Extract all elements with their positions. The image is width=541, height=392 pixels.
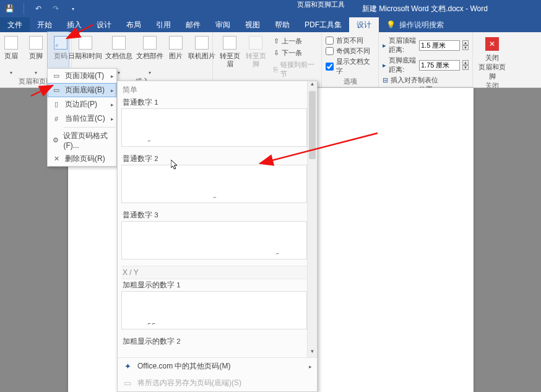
close-icon: ✕ bbox=[485, 37, 499, 51]
doc-parts-icon bbox=[143, 36, 157, 50]
scroll-down-icon[interactable]: ▼ bbox=[308, 349, 317, 357]
show-doc-text-checkbox[interactable]: 显示文档文字 bbox=[326, 57, 374, 76]
gallery-more-office[interactable]: ✦ Office.com 中的其他页码(M) ▸ bbox=[118, 358, 317, 375]
footer-button[interactable]: 页脚▾ bbox=[24, 35, 48, 76]
insert-align-tab-button[interactable]: ⊟ 插入对齐制表位 bbox=[383, 76, 469, 85]
header-button[interactable]: 页眉▾ bbox=[0, 35, 23, 76]
save-icon[interactable]: 💾 bbox=[5, 4, 14, 13]
undo-icon[interactable]: ↶ bbox=[34, 4, 43, 13]
tab-file[interactable]: 文件 bbox=[0, 17, 30, 32]
diff-first-checkbox[interactable]: 首页不同 bbox=[326, 36, 374, 45]
header-icon bbox=[4, 36, 18, 50]
document-title: 新建 Microsoft Word 文档.docx - Word bbox=[362, 4, 488, 14]
ribbon-tabs: 文件 开始 插入 设计 布局 引用 邮件 审阅 视图 帮助 PDF工具集 设计 … bbox=[0, 17, 541, 32]
gallery-save-selection: ▭ 将所选内容另存为页码(底端)(S) bbox=[118, 375, 317, 391]
page-margins-icon: ▯ bbox=[51, 100, 61, 110]
link-prev-button: ⎘链接到前一节 bbox=[271, 59, 318, 79]
online-picture-icon bbox=[195, 36, 209, 50]
scroll-up-icon[interactable]: ▲ bbox=[308, 81, 317, 90]
tab-pdf[interactable]: PDF工具集 bbox=[297, 17, 349, 32]
tab-mailings[interactable]: 邮件 bbox=[178, 17, 208, 32]
tab-design[interactable]: 设计 bbox=[89, 17, 119, 32]
office-icon: ✦ bbox=[123, 362, 132, 372]
tab-view[interactable]: 视图 bbox=[238, 17, 267, 32]
remove-icon: ✕ bbox=[51, 154, 61, 164]
gallery-item-label: 普通数字 2 bbox=[121, 153, 312, 165]
header-from-top-input[interactable] bbox=[419, 40, 460, 51]
spin-up[interactable]: ▲ bbox=[462, 40, 469, 45]
gallery-item-plain-2[interactable]: ⌐ bbox=[121, 165, 307, 203]
page-bottom-icon: ▭ bbox=[51, 85, 61, 95]
current-pos-icon: # bbox=[51, 114, 61, 124]
online-picture-button[interactable]: 联机图片 bbox=[187, 35, 217, 76]
contextual-tab-label: 页眉和页脚工具 bbox=[291, 0, 351, 9]
footer-from-bottom-label: 页脚底端距离: bbox=[389, 56, 417, 74]
date-time-icon bbox=[79, 36, 92, 50]
goto-header-icon bbox=[223, 36, 236, 50]
page-number-icon: # bbox=[54, 36, 67, 50]
menu-top-of-page[interactable]: ▭ 页面顶端(T)▸ bbox=[48, 69, 116, 83]
page-number-gallery: 简单 普通数字 1 ⌐ 普通数字 2 ⌐ 普通数字 3 ⌐ X / Y 加粗显示… bbox=[117, 81, 318, 392]
spin-down[interactable]: ▼ bbox=[462, 45, 469, 50]
picture-button[interactable]: 图片 bbox=[166, 35, 186, 76]
tell-me-search[interactable]: 💡 操作说明搜索 bbox=[386, 17, 444, 32]
spin-down[interactable]: ▼ bbox=[462, 65, 469, 70]
redo-icon[interactable]: ↷ bbox=[51, 4, 60, 13]
doc-parts-button[interactable]: 文档部件▾ bbox=[135, 35, 165, 76]
chevron-icon: ▸ bbox=[383, 61, 386, 69]
tab-review[interactable]: 审阅 bbox=[208, 17, 238, 32]
gallery-item-plain-3[interactable]: ⌐ bbox=[121, 221, 307, 259]
gallery-item-label: 普通数字 3 bbox=[121, 209, 312, 221]
gallery-item-plain-1[interactable]: ⌐ bbox=[121, 108, 307, 147]
lightbulb-icon: 💡 bbox=[386, 20, 396, 29]
gallery-item-label: 加粗显示的数字 2 bbox=[121, 336, 312, 347]
menu-remove-page-numbers[interactable]: ✕ 删除页码(R) bbox=[48, 152, 116, 166]
gallery-item-bold-1[interactable]: ⌐ ⌐ bbox=[121, 291, 307, 329]
nav-prev-button[interactable]: ⇧上一条 bbox=[271, 36, 318, 46]
separator bbox=[64, 127, 115, 128]
goto-header-button[interactable]: 转至页眉 bbox=[217, 35, 243, 76]
goto-footer-button[interactable]: 转至页脚 bbox=[243, 35, 269, 76]
prev-icon: ⇧ bbox=[274, 37, 279, 45]
gallery-scrollbar[interactable]: ▲ ▼ bbox=[307, 81, 317, 357]
footer-from-bottom-input[interactable] bbox=[419, 60, 460, 71]
header-from-top-label: 页眉顶端距离: bbox=[389, 36, 417, 54]
align-tab-icon: ⊟ bbox=[383, 76, 388, 84]
tab-home[interactable]: 开始 bbox=[30, 17, 59, 32]
page-number-menu: ▭ 页面顶端(T)▸ ▭ 页面底端(B)▸ ▯ 页边距(P)▸ # 当前位置(C… bbox=[47, 68, 117, 167]
tab-insert[interactable]: 插入 bbox=[59, 17, 89, 32]
cursor-icon bbox=[171, 160, 178, 171]
page-top-icon: ▭ bbox=[51, 71, 61, 81]
close-hf-button[interactable]: ✕ 关闭 页眉和页脚 bbox=[477, 35, 508, 81]
gallery-scroll-area[interactable]: 简单 普通数字 1 ⌐ 普通数字 2 ⌐ 普通数字 3 ⌐ X / Y 加粗显示… bbox=[118, 81, 317, 357]
save-selection-icon: ▭ bbox=[123, 378, 132, 388]
spin-up[interactable]: ▲ bbox=[462, 60, 469, 65]
divider bbox=[24, 3, 24, 14]
nav-next-button[interactable]: ⇩下一条 bbox=[271, 48, 318, 58]
qat-customize-icon[interactable]: ▾ bbox=[69, 4, 77, 13]
tab-design-context[interactable]: 设计 bbox=[349, 17, 379, 32]
format-icon: ⚙ bbox=[51, 136, 59, 146]
goto-footer-icon bbox=[249, 36, 262, 50]
gallery-category-xy: X / Y bbox=[121, 266, 312, 279]
link-icon: ⎘ bbox=[274, 66, 278, 73]
menu-format-page-numbers[interactable]: ⚙ 设置页码格式(F)... bbox=[48, 129, 116, 152]
quick-access-toolbar: 💾 ↶ ↷ ▾ bbox=[0, 3, 77, 14]
tab-layout[interactable]: 布局 bbox=[119, 17, 149, 32]
menu-page-margins[interactable]: ▯ 页边距(P)▸ bbox=[48, 97, 116, 111]
group-label-options: 选项 bbox=[344, 77, 357, 86]
title-bar: 💾 ↶ ↷ ▾ 页眉和页脚工具 新建 Microsoft Word 文档.doc… bbox=[0, 0, 541, 17]
picture-icon bbox=[169, 36, 183, 50]
scrollbar-thumb[interactable] bbox=[309, 91, 316, 159]
menu-bottom-of-page[interactable]: ▭ 页面底端(B)▸ bbox=[48, 83, 116, 97]
tab-help[interactable]: 帮助 bbox=[267, 17, 297, 32]
menu-current-position[interactable]: # 当前位置(C)▸ bbox=[48, 111, 116, 126]
gallery-item-label: 加粗显示的数字 1 bbox=[121, 279, 312, 291]
gallery-category-simple: 简单 bbox=[121, 82, 312, 97]
next-icon: ⇩ bbox=[274, 49, 279, 57]
gallery-item-label: 普通数字 1 bbox=[121, 97, 312, 108]
tab-references[interactable]: 引用 bbox=[149, 17, 178, 32]
chevron-icon: ▸ bbox=[383, 41, 386, 50]
gallery-footer: ✦ Office.com 中的其他页码(M) ▸ ▭ 将所选内容另存为页码(底端… bbox=[118, 357, 317, 391]
diff-odd-even-checkbox[interactable]: 奇偶页不同 bbox=[326, 46, 374, 56]
